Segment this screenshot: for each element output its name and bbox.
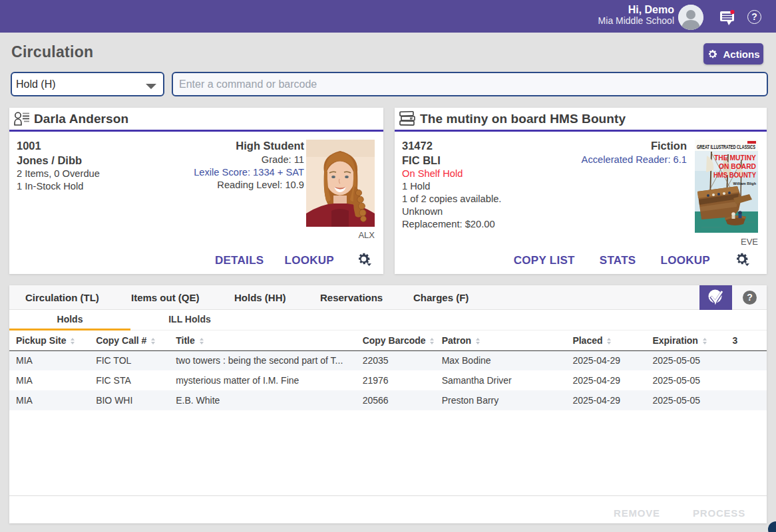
- svg-text:GREAT ILLUSTRATED CLASSICS: GREAT ILLUSTRATED CLASSICS: [697, 144, 755, 150]
- svg-text:William Bligh: William Bligh: [733, 182, 757, 186]
- svg-text:ON BOARD: ON BOARD: [719, 162, 756, 170]
- svg-text:THE MUTINY: THE MUTINY: [714, 154, 756, 162]
- svg-text:HMS BOUNTY: HMS BOUNTY: [713, 171, 756, 179]
